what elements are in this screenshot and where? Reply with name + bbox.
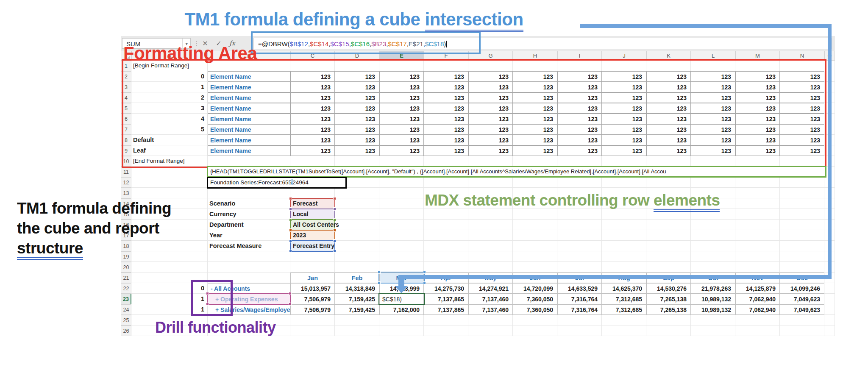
cell-H15[interactable] (513, 209, 557, 220)
cell-L18[interactable] (691, 241, 735, 251)
cell-D23[interactable]: 7,159,425 (335, 294, 379, 304)
range-indicator-forecast-measure[interactable]: Forecast Entry (290, 240, 335, 252)
cell-N23[interactable]: 7,049,623 (780, 294, 824, 304)
cell-B19[interactable] (208, 251, 290, 262)
cell-C24[interactable]: 7,506,979 (290, 304, 335, 315)
cell-G19[interactable] (468, 251, 513, 262)
cell-D17[interactable] (335, 230, 379, 241)
cell-K25[interactable] (646, 315, 691, 325)
cell-H26[interactable] (513, 325, 557, 336)
cell-N20[interactable] (780, 262, 824, 273)
cell-N13[interactable] (780, 188, 824, 198)
cell-F24[interactable]: 7,137,865 (424, 304, 468, 315)
row-header-13[interactable]: 13 (121, 188, 131, 198)
cell-G12[interactable] (468, 177, 513, 188)
cell-J25[interactable] (602, 315, 646, 325)
cell-J24[interactable]: 7,312,685 (602, 304, 646, 315)
row-header-22[interactable]: 22 (121, 283, 131, 294)
range-indicator-department[interactable]: All Cost Centers (290, 219, 335, 231)
cell-F22[interactable]: 14,275,730 (424, 283, 468, 294)
cell-J20[interactable] (602, 262, 646, 273)
cell-F25[interactable] (424, 315, 468, 325)
cell-B13[interactable] (208, 188, 290, 198)
cell-N18[interactable] (780, 241, 824, 251)
cell-L12[interactable] (691, 177, 735, 188)
cell-A20[interactable] (131, 262, 208, 273)
cell-K12[interactable] (646, 177, 691, 188)
cell-I15[interactable] (557, 209, 602, 220)
cell-H18[interactable] (513, 241, 557, 251)
cell-E12[interactable] (379, 177, 424, 188)
cell-C25[interactable] (290, 315, 335, 325)
row-header-20[interactable]: 20 (121, 262, 131, 273)
cell-D20[interactable] (335, 262, 379, 273)
range-indicator-year[interactable]: 2023 (290, 230, 335, 241)
cell-D25[interactable] (335, 315, 379, 325)
cell-L16[interactable] (691, 220, 735, 230)
cell-G23[interactable]: 7,137,460 (468, 294, 513, 304)
cell-D24[interactable]: 7,159,425 (335, 304, 379, 315)
cell-E24[interactable]: 7,162,000 (379, 304, 424, 315)
cell-I19[interactable] (557, 251, 602, 262)
cell-J18[interactable] (602, 241, 646, 251)
cell-G15[interactable] (468, 209, 513, 220)
cell-N22[interactable]: 14,099,246 (780, 283, 824, 294)
cell-D22[interactable]: 14,318,849 (335, 283, 379, 294)
row-header-23[interactable]: 23 (121, 294, 131, 304)
cell-I18[interactable] (557, 241, 602, 251)
cell-C20[interactable] (290, 262, 335, 273)
cell-D16[interactable] (335, 220, 379, 230)
cell-F20[interactable] (424, 262, 468, 273)
cell-M18[interactable] (735, 241, 780, 251)
row-header-25[interactable]: 25 (121, 315, 131, 325)
cell-L23[interactable]: 10,989,132 (691, 294, 735, 304)
cell-L24[interactable]: 10,989,132 (691, 304, 735, 315)
cell-H19[interactable] (513, 251, 557, 262)
cell-I26[interactable] (557, 325, 602, 336)
range-indicator-currency[interactable]: Local (290, 209, 335, 220)
cell-M16[interactable] (735, 220, 780, 230)
cell-J15[interactable] (602, 209, 646, 220)
cell-I16[interactable] (557, 220, 602, 230)
cell-I24[interactable]: 7,316,764 (557, 304, 602, 315)
cell-H12[interactable] (513, 177, 557, 188)
cell-F18[interactable] (424, 241, 468, 251)
cell-K18[interactable] (646, 241, 691, 251)
cell-F19[interactable] (424, 251, 468, 262)
cell-H17[interactable] (513, 230, 557, 241)
cell-H23[interactable]: 7,360,050 (513, 294, 557, 304)
cell-N16[interactable] (780, 220, 824, 230)
cell-M15[interactable] (735, 209, 780, 220)
cell-G18[interactable] (468, 241, 513, 251)
cell-E20[interactable] (379, 262, 424, 273)
cell-O24[interactable] (824, 304, 835, 315)
cell-E17[interactable] (379, 230, 424, 241)
cell-N25[interactable] (780, 315, 824, 325)
cell-J19[interactable] (602, 251, 646, 262)
cell-J12[interactable] (602, 177, 646, 188)
cell-G17[interactable] (468, 230, 513, 241)
row-header-24[interactable]: 24 (121, 304, 131, 315)
cell-C19[interactable] (290, 251, 335, 262)
cell-G16[interactable] (468, 220, 513, 230)
cell-H22[interactable]: 14,720,099 (513, 283, 557, 294)
cell-N17[interactable] (780, 230, 824, 241)
cell-K22[interactable]: 14,530,276 (646, 283, 691, 294)
cell-N14[interactable] (780, 198, 824, 209)
row-header-12[interactable]: 12 (121, 177, 131, 188)
cell-C23[interactable]: 7,506,979 (290, 294, 335, 304)
row-header-21[interactable]: 21 (121, 273, 131, 283)
cell-B20[interactable] (208, 262, 290, 273)
cell-C26[interactable] (290, 325, 335, 336)
cell-G25[interactable] (468, 315, 513, 325)
cell-M13[interactable] (735, 188, 780, 198)
cell-G24[interactable]: 7,137,460 (468, 304, 513, 315)
cell-K19[interactable] (646, 251, 691, 262)
cell-J26[interactable] (602, 325, 646, 336)
cell-E25[interactable] (379, 315, 424, 325)
cell-E13[interactable] (379, 188, 424, 198)
cell-F23[interactable]: 7,137,865 (424, 294, 468, 304)
cell-D26[interactable] (335, 325, 379, 336)
cell-I12[interactable] (557, 177, 602, 188)
cell-B18[interactable]: Forecast Measure (208, 241, 290, 251)
